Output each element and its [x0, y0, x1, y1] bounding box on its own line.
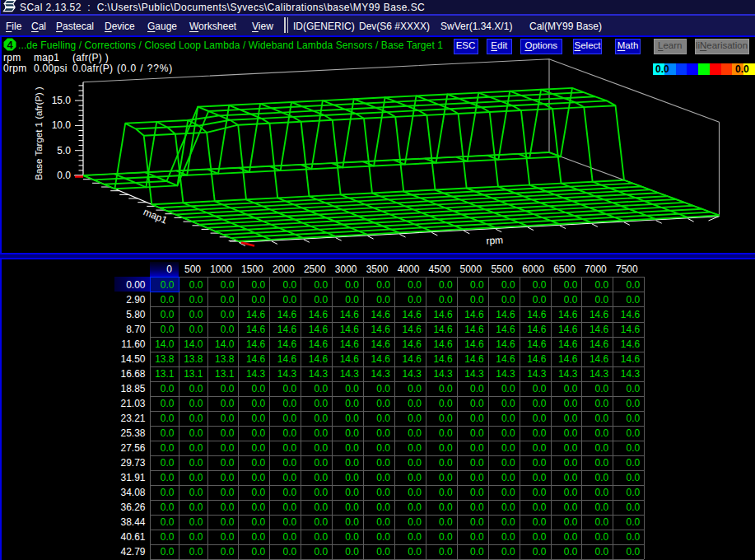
svg-text:0.0: 0.0	[57, 170, 71, 181]
svg-text:10.0: 10.0	[52, 119, 72, 131]
svg-text:map1: map1	[142, 206, 169, 226]
svg-text:5.0: 5.0	[57, 145, 71, 156]
svg-text:15.0: 15.0	[52, 95, 72, 106]
svg-text:Base Target 1 (afr(P) ): Base Target 1 (afr(P) )	[34, 86, 44, 180]
svg-text:rpm: rpm	[486, 234, 503, 246]
